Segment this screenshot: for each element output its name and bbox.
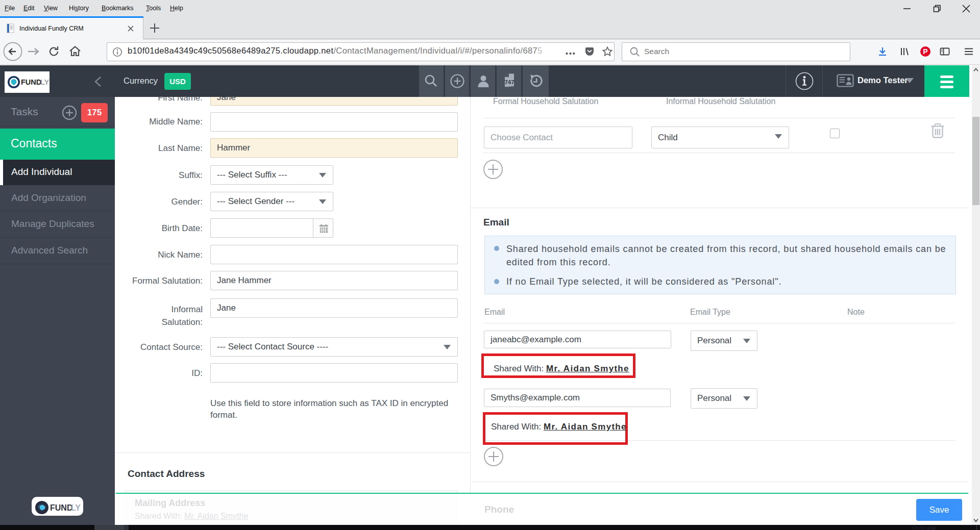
svg-text:FUND: FUND [50,503,72,512]
svg-text:P: P [923,47,927,56]
svg-text:FUND: FUND [21,78,41,86]
svg-text:LY: LY [40,78,50,86]
svg-text:747: 747 [504,79,514,85]
svg-text:LY: LY [71,503,81,512]
